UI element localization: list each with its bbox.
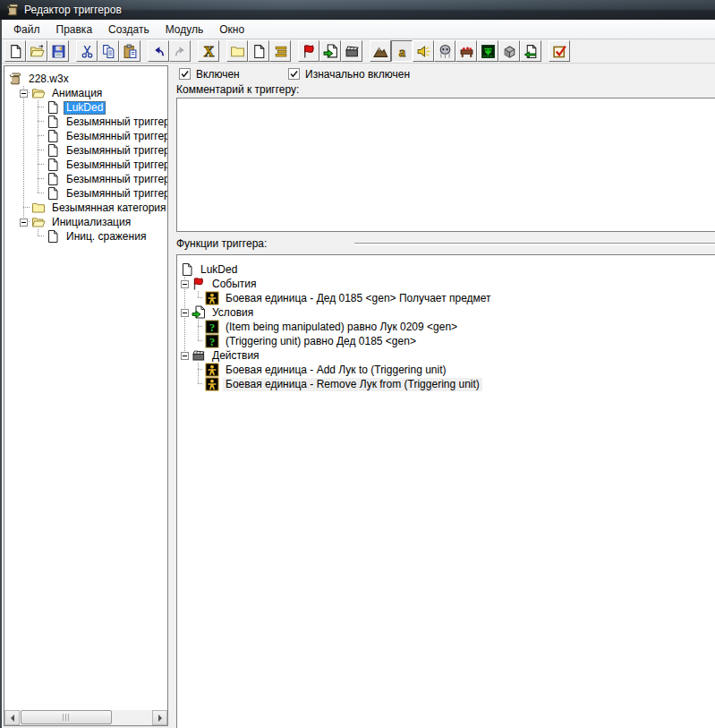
enabled-checkbox[interactable] [179, 68, 191, 80]
toolbar-group [4, 40, 69, 62]
scroll-left-arrow-icon [7, 715, 14, 722]
tree-guide [16, 100, 30, 115]
page-icon [46, 158, 60, 172]
tree-expander-minus[interactable] [181, 280, 189, 288]
tree-item[interactable]: ?(Item being manipulated) равно Лук 0209… [177, 320, 715, 334]
tree-item[interactable]: Инициализация [4, 215, 167, 229]
ai-face-icon [481, 44, 496, 59]
copy-button[interactable] [98, 40, 119, 62]
paste-button[interactable] [119, 40, 140, 62]
menu-module[interactable]: Модуль [157, 20, 212, 39]
tree-item-label: Боевая единица - Remove Лук from (Trigge… [223, 378, 482, 391]
menu-create[interactable]: Создать [100, 20, 157, 39]
tree-item[interactable]: Действия [177, 348, 715, 363]
tree-expander-minus[interactable] [181, 352, 189, 360]
new-event-button[interactable] [298, 40, 319, 62]
tree-item[interactable]: Безымянный триггер 0 [4, 115, 167, 129]
menu-file[interactable]: Файл [5, 20, 48, 39]
redo-button[interactable] [169, 40, 191, 62]
trigger-tree: 228.w3xАнимацияLukDedБезымянный триггер … [4, 66, 167, 710]
menu-bar: ФайлПравкаСоздатьМодульОкно [2, 20, 715, 39]
tree-item[interactable]: ?(Triggering unit) равно Дед 0185 <gen> [177, 334, 715, 348]
sound-editor-button[interactable] [413, 40, 434, 62]
folder-icon [31, 201, 46, 215]
redo-arrow-icon [173, 44, 188, 59]
tree-guide [16, 172, 30, 186]
import-manager-button[interactable] [520, 40, 541, 62]
tree-item[interactable]: Безымянная категория [4, 201, 167, 215]
comment-lines-icon [273, 44, 288, 59]
menu-window[interactable]: Окно [211, 20, 252, 39]
cut-button[interactable] [76, 40, 98, 62]
tree-item[interactable]: Безымянный триггер 0 [4, 158, 167, 172]
tree-item[interactable]: Боевая единица - Add Лук to (Triggering … [177, 363, 715, 377]
tree-connector [191, 363, 204, 377]
new-map-button[interactable] [4, 40, 26, 62]
test-check-icon [552, 44, 567, 59]
trigger-editor-button[interactable]: a [391, 40, 413, 62]
terrain-editor-button[interactable] [370, 40, 391, 62]
page-icon [46, 100, 60, 115]
tree-item[interactable]: События [177, 277, 715, 291]
folder-open-icon [31, 86, 46, 100]
import-page-icon [523, 44, 539, 59]
new-trigger-comment-button[interactable] [269, 40, 291, 62]
trigger-comment-textarea[interactable] [176, 98, 715, 232]
tree-item-label: Анимация [49, 87, 105, 100]
undo-button[interactable] [148, 40, 169, 62]
tree-expander-minus[interactable] [20, 218, 28, 227]
tree-item[interactable]: Боевая единица - Дед 0185 <gen> Получает… [177, 291, 715, 305]
tree-expander-minus[interactable] [181, 309, 189, 317]
campaign-editor-button[interactable] [455, 40, 477, 62]
svg-text:a: a [398, 44, 405, 58]
tree-item[interactable]: Боевая единица - Remove Лук from (Trigge… [177, 377, 715, 391]
toolbar-group [76, 40, 140, 62]
new-trigger-button[interactable] [248, 40, 269, 62]
tree-expander-minus[interactable] [20, 90, 28, 98]
condition-page-icon [323, 44, 338, 59]
page-icon [46, 143, 60, 158]
scrollbar-thumb[interactable] [21, 710, 112, 724]
tree-item[interactable]: Условия [177, 305, 715, 320]
scroll-left-button[interactable] [4, 710, 20, 725]
tree-item[interactable]: Безымянный триггер 0 [4, 143, 167, 158]
speaker-icon [416, 44, 431, 59]
menu-edit[interactable]: Правка [48, 20, 101, 39]
tree-item[interactable]: Анимация [4, 86, 167, 100]
tree-item[interactable]: LukDed [177, 262, 715, 277]
scroll-right-button[interactable] [152, 710, 167, 725]
cube-box-icon [502, 44, 517, 59]
tree-item-label: LukDed [198, 263, 240, 277]
test-map-button[interactable] [549, 40, 570, 62]
tree-item-label: Безымянный триггер 0 [64, 158, 167, 172]
question-icon: ? [205, 334, 219, 348]
new-category-button[interactable] [226, 40, 248, 62]
tree-item[interactable]: Безымянный триггер 0 [4, 129, 167, 143]
tree-item[interactable]: Безымянный триггер 0 [4, 186, 167, 201]
tree-item[interactable]: Безымянный триггер 0 [4, 172, 167, 186]
tree-item[interactable]: Иниц. сражения [4, 229, 167, 244]
new-condition-button[interactable] [319, 40, 341, 62]
tree-item[interactable]: 228.w3x [4, 72, 167, 86]
tree-connector [30, 158, 45, 172]
object-manager-button[interactable] [498, 40, 520, 62]
horizontal-scrollbar[interactable] [4, 710, 167, 725]
ai-editor-button[interactable] [477, 40, 498, 62]
tree-item[interactable]: LukDed [4, 100, 167, 115]
object-editor-button[interactable] [434, 40, 455, 62]
save-map-button[interactable] [47, 40, 69, 62]
tree-connector [30, 115, 45, 129]
splitter-groove[interactable] [354, 243, 715, 245]
toolbar-group: a [370, 40, 541, 62]
tree-guide [177, 363, 191, 377]
condition-page-icon [192, 305, 206, 320]
new-action-button[interactable] [341, 40, 362, 62]
tree-guide [16, 129, 30, 143]
unit-icon [205, 291, 219, 305]
delete-button[interactable]: X [198, 40, 219, 62]
open-map-button[interactable] [26, 40, 47, 62]
initially-on-checkbox[interactable] [288, 68, 300, 80]
title-bar[interactable]: Редактор триггеров [0, 0, 715, 20]
tree-item-label: 228.w3x [26, 73, 72, 86]
save-floppy-icon [51, 44, 66, 59]
